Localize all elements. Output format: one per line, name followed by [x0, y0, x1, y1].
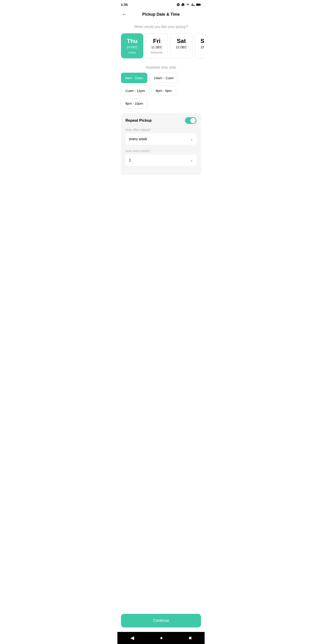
date-card-thu[interactable]: Thu 10 DEC today: [121, 33, 143, 58]
day-name: Sat: [173, 38, 190, 44]
time-slots-title: Available time slots: [118, 62, 204, 73]
repeat-pickup-label: Repeat Pickup: [126, 118, 152, 123]
repeat-toggle[interactable]: [185, 117, 196, 124]
date-num: 10 DEC: [124, 46, 141, 49]
how-often-dropdown[interactable]: every week ⌄: [126, 133, 196, 145]
time-slot-slot1[interactable]: 9am - 10am: [121, 73, 147, 83]
chevron-down-icon: ⌄: [190, 137, 193, 141]
continue-button[interactable]: Continue: [121, 614, 201, 628]
date-card-sun[interactable]: Sun 13 DEC: [195, 33, 204, 58]
gear-icon: [176, 3, 180, 6]
date-card-fri[interactable]: Fri 11 DEC tomorrow: [146, 33, 168, 58]
time-slot-slot5[interactable]: 9pm - 10pm: [121, 98, 147, 109]
date-label: today: [124, 51, 141, 54]
how-many-dropdown[interactable]: 1 ⌄: [126, 154, 196, 166]
date-num: 13 DEC: [197, 46, 204, 49]
wifi-icon: [186, 3, 190, 6]
how-many-value: 1: [129, 158, 131, 162]
nav-recent-icon[interactable]: ■: [189, 635, 192, 641]
chevron-down-icon-2: ⌄: [190, 158, 193, 162]
day-name: Sun: [197, 38, 204, 44]
time-slot-slot4[interactable]: 8pm - 9pm: [152, 86, 176, 96]
pickup-subtitle: When would you like your pickup?: [118, 20, 204, 32]
time-slot-slot2[interactable]: 10am - 11am: [150, 73, 178, 83]
nav-back-icon[interactable]: ◀: [130, 635, 134, 641]
repeat-body: How often repeat? every week ⌄ How many …: [121, 128, 201, 175]
status-icons: [176, 3, 201, 6]
nav-home-icon[interactable]: ●: [160, 635, 163, 641]
date-num: 11 DEC: [148, 46, 166, 49]
how-often-value: every week: [129, 137, 147, 141]
time-slots-container: 9am - 10am10am - 11am11am - 12pm8pm - 9p…: [118, 73, 204, 109]
svg-rect-2: [196, 4, 200, 5]
back-button[interactable]: ←: [121, 11, 128, 18]
status-time: 1:35: [121, 3, 128, 6]
android-nav-bar: ◀ ● ■: [118, 632, 204, 644]
signal-icon: [191, 3, 195, 6]
date-label: tomorrow: [148, 51, 166, 54]
repeat-pickup-section: Repeat Pickup How often repeat? every we…: [121, 113, 201, 175]
date-num: 12 DEC: [173, 46, 190, 49]
day-name: Fri: [148, 38, 166, 44]
svg-rect-1: [200, 4, 201, 5]
battery-icon: [196, 3, 201, 6]
header: ← Pickup Date & Time: [118, 8, 204, 20]
toggle-thumb: [190, 118, 196, 123]
page-title: Pickup Date & Time: [142, 12, 180, 17]
date-card-sat[interactable]: Sat 12 DEC: [170, 33, 192, 58]
time-slot-slot3[interactable]: 11am - 12pm: [121, 86, 149, 96]
date-selector: Thu 10 DEC today Fri 11 DEC tomorrow Sat…: [118, 32, 204, 62]
repeat-pickup-header: Repeat Pickup: [121, 113, 201, 128]
how-often-label: How often repeat?: [126, 128, 196, 132]
how-many-label: How many times?: [126, 149, 196, 153]
day-name: Thu: [124, 38, 141, 44]
status-bar: 1:35: [118, 0, 204, 8]
sim-card-icon: [181, 3, 184, 6]
